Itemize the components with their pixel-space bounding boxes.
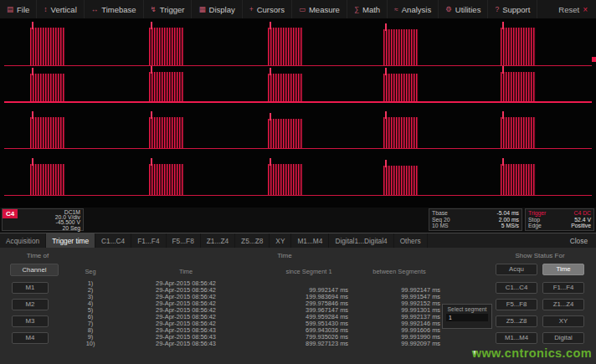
- status-button-digital[interactable]: Digital: [542, 332, 584, 344]
- tab-z1-z4[interactable]: Z1...Z4: [201, 233, 235, 248]
- menu-file[interactable]: ▤File: [0, 0, 37, 18]
- menu-timebase[interactable]: ↔Timebase: [85, 0, 144, 18]
- status-dialog: Acquisition Trigger time C1...C4 F1...F4…: [0, 233, 596, 364]
- status-button-f1-f4[interactable]: F1...F4: [542, 282, 584, 294]
- status-button-c1-c4[interactable]: C1...C4: [496, 282, 537, 294]
- waveform-burst: [501, 164, 536, 195]
- table-row: 1)29-Apr-2015 08:56:42: [72, 280, 444, 287]
- tab-trigger-time[interactable]: Trigger time: [46, 233, 95, 248]
- table-row: 10)29-Apr-2015 08:56:43899.927123 ms99.9…: [72, 341, 444, 347]
- menu-math[interactable]: ∑Math: [347, 0, 388, 18]
- tbase-value: -5.04 ms: [497, 210, 519, 217]
- channel-info: DC1M 20.0 V/div -45.500 V 20 Seg: [55, 210, 80, 231]
- time-section-header: Time: [117, 252, 452, 259]
- time-of-header: Time of: [5, 252, 70, 259]
- col-since: since Segment 1: [263, 269, 355, 275]
- tab-f5-f8[interactable]: F5...F8: [167, 233, 201, 248]
- tab-xy[interactable]: XY: [270, 233, 291, 248]
- waveform-burst: [383, 166, 419, 195]
- menu-bar: ▤File ↕Vertical ↔Timebase ↯Trigger ▦Disp…: [0, 0, 596, 19]
- waveform-burst: [268, 164, 303, 195]
- measure-icon: ▭: [299, 6, 306, 13]
- tab-acquisition[interactable]: Acquisition: [0, 233, 46, 248]
- tab-digital[interactable]: Digital1...Digital4: [329, 233, 393, 248]
- close-button[interactable]: Close: [562, 233, 596, 248]
- display-icon: ▦: [198, 6, 205, 13]
- status-button-xy[interactable]: XY: [542, 315, 584, 327]
- tbase-label: Tbase: [432, 210, 448, 217]
- status-button-m1-m4[interactable]: M1...M4: [496, 332, 537, 344]
- waveform-burst: [149, 72, 184, 101]
- trigger-level: 52.4 V: [574, 217, 591, 223]
- menu-measure[interactable]: ▭Measure: [292, 0, 347, 18]
- channel-source-button[interactable]: Channel: [10, 264, 59, 276]
- trigger-icon: ↯: [151, 6, 157, 13]
- source-button-m3[interactable]: M3: [12, 315, 49, 327]
- tab-f1-f4[interactable]: F1...F4: [131, 233, 166, 248]
- trigger-label: Trigger: [528, 210, 546, 217]
- table-row: 4)29-Apr-2015 08:56:42299.975846 ms99.99…: [72, 300, 444, 307]
- trigger-level-marker[interactable]: [592, 57, 596, 62]
- trigger-mode: Stop: [528, 217, 540, 223]
- menu-vertical[interactable]: ↕Vertical: [37, 0, 84, 18]
- reset-label: Reset: [558, 5, 579, 14]
- waveform-burst: [149, 117, 184, 148]
- table-row: 6)29-Apr-2015 08:56:42499.959284 ms99.99…: [72, 314, 444, 320]
- cursors-icon: +: [249, 6, 254, 13]
- table-row: 7)29-Apr-2015 08:56:42599.951430 ms99.99…: [72, 320, 444, 327]
- vertical-icon: ↕: [44, 6, 47, 13]
- trigger-descriptor[interactable]: TriggerC4 DC Stop52.4 V EdgePositive: [525, 208, 594, 231]
- source-button-m2[interactable]: M2: [12, 299, 49, 310]
- trigger-type: Edge: [528, 223, 542, 229]
- tab-z5-z8[interactable]: Z5...Z8: [235, 233, 270, 248]
- waveform-burst: [383, 74, 419, 101]
- waveform-burst: [149, 164, 184, 195]
- segment-time-table: Seg Time since Segment 1 between Segment…: [72, 269, 444, 347]
- memory-label: 10 MS: [432, 223, 449, 229]
- reset-button[interactable]: Reset×: [550, 0, 596, 18]
- menu-cursors[interactable]: +Cursors: [243, 0, 292, 18]
- tab-m1-m4[interactable]: M1...M4: [291, 233, 329, 248]
- status-button-z5-z8[interactable]: Z5...Z8: [496, 315, 537, 327]
- menu-trigger[interactable]: ↯Trigger: [144, 0, 193, 18]
- menu-utilities[interactable]: ⚙Utilities: [439, 0, 488, 18]
- menu-support[interactable]: ?Support: [488, 0, 537, 18]
- source-button-m1[interactable]: M1: [12, 282, 49, 294]
- trigger-source: C4 DC: [574, 210, 591, 217]
- cell-seg: 10): [72, 341, 109, 347]
- seq-value: 2.00 ms: [499, 217, 519, 223]
- waveform-burst: [30, 164, 65, 195]
- reset-icon: ×: [583, 5, 588, 14]
- dialog-tab-bar: Acquisition Trigger time C1...C4 F1...F4…: [0, 233, 596, 248]
- tab-c1-c4[interactable]: C1...C4: [95, 233, 131, 248]
- timebase-descriptor[interactable]: Tbase-5.04 ms Seq 202.00 ms 10 MS5 MS/s: [429, 208, 522, 231]
- table-row: 3)29-Apr-2015 08:56:42199.983694 ms99.99…: [72, 294, 444, 300]
- analysis-icon: ≈: [394, 6, 398, 13]
- channel-segments: 20 Seg: [55, 226, 80, 231]
- waveform-burst: [268, 119, 303, 148]
- show-status-header: Show Status For: [491, 252, 589, 259]
- waveform-burst: [268, 74, 303, 101]
- status-button-f5-f8[interactable]: F5...F8: [496, 299, 537, 310]
- table-row: 2)29-Apr-2015 08:56:4299.992147 ms99.992…: [72, 287, 444, 294]
- menu-measure-label: Measure: [309, 5, 340, 14]
- menu-math-label: Math: [362, 5, 380, 14]
- status-button-acqu[interactable]: Acqu: [496, 264, 537, 275]
- cell-since: 899.927123 ms: [263, 341, 355, 347]
- select-segment-control[interactable]: Select segment 1: [442, 304, 492, 329]
- status-button-z1-z4[interactable]: Z1...Z4: [542, 299, 584, 310]
- status-button-time[interactable]: Time: [542, 264, 584, 275]
- waveform-display[interactable]: [0, 18, 596, 208]
- col-time: Time: [109, 269, 263, 275]
- tab-others[interactable]: Others: [394, 233, 428, 248]
- select-segment-value[interactable]: 1: [446, 314, 488, 321]
- menu-analysis[interactable]: ≈Analysis: [388, 0, 439, 18]
- menu-support-label: Support: [502, 5, 530, 14]
- menu-display[interactable]: ▦Display: [192, 0, 242, 18]
- menu-trigger-label: Trigger: [160, 5, 185, 14]
- source-button-m4[interactable]: M4: [12, 332, 49, 344]
- menu-timebase-label: Timebase: [101, 5, 136, 14]
- waveform-burst: [501, 28, 536, 65]
- waveform-burst: [30, 74, 65, 101]
- channel-descriptor-c4[interactable]: C4 DC1M 20.0 V/div -45.500 V 20 Seg: [2, 208, 84, 231]
